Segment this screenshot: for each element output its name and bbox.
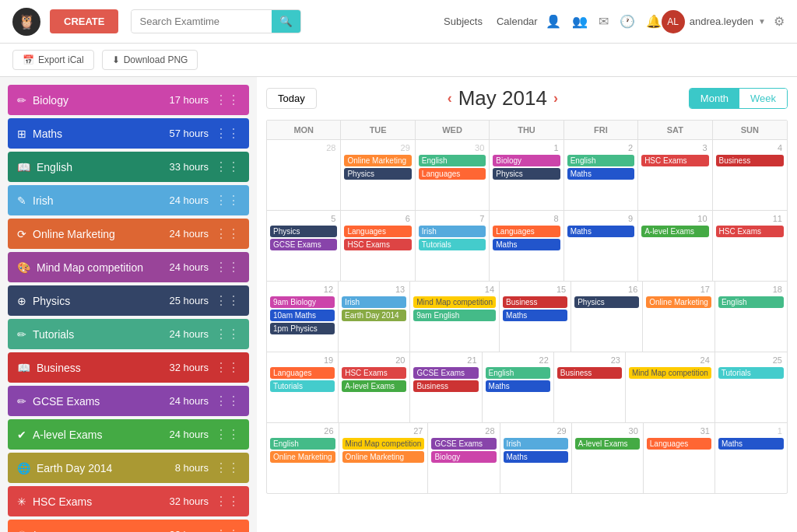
- calendar-event[interactable]: Languages: [344, 226, 411, 237]
- create-button[interactable]: CREATE: [50, 9, 118, 33]
- drag-handle-icon[interactable]: ⋮⋮: [215, 126, 240, 141]
- sidebar-item-biology[interactable]: ✏ Biology 17 hours ⋮⋮: [8, 85, 249, 115]
- calendar-event[interactable]: Tutorials: [419, 239, 486, 250]
- calendar-event[interactable]: GCSE Exams: [413, 367, 478, 379]
- calendar-event[interactable]: Maths: [503, 310, 567, 321]
- calendar-event[interactable]: A-level Exams: [342, 380, 406, 392]
- drag-handle-icon[interactable]: ⋮⋮: [215, 360, 240, 375]
- calendar-event[interactable]: Languages: [270, 367, 335, 379]
- drag-handle-icon[interactable]: ⋮⋮: [215, 93, 240, 107]
- calendar-event[interactable]: Irish: [342, 296, 406, 308]
- user-badge[interactable]: AL andrea.leyden ▼: [662, 10, 766, 33]
- drag-handle-icon[interactable]: ⋮⋮: [215, 260, 240, 275]
- calendar-event[interactable]: Business: [503, 296, 567, 308]
- group-icon[interactable]: 👥: [572, 14, 588, 29]
- calendar-event[interactable]: Maths: [486, 380, 550, 392]
- nav-subjects[interactable]: Subjects: [444, 16, 483, 27]
- calendar-event[interactable]: Biology: [493, 155, 560, 166]
- drag-handle-icon[interactable]: ⋮⋮: [215, 193, 240, 208]
- calendar-event[interactable]: English: [270, 438, 335, 450]
- drag-handle-icon[interactable]: ⋮⋮: [215, 226, 240, 241]
- drag-handle-icon[interactable]: ⋮⋮: [215, 527, 240, 532]
- export-ical-button[interactable]: 📅 Export iCal: [12, 50, 94, 70]
- calendar-event[interactable]: 10am Maths: [270, 310, 335, 321]
- calendar-event[interactable]: 9am Biology: [270, 296, 335, 308]
- drag-handle-icon[interactable]: ⋮⋮: [215, 394, 240, 408]
- calendar-event[interactable]: English: [718, 296, 784, 308]
- sidebar-item-tutorials[interactable]: ✏ Tutorials 24 hours ⋮⋮: [8, 319, 249, 349]
- sidebar-item-online-marketing[interactable]: ⟳ Online Marketing 24 hours ⋮⋮: [8, 219, 249, 249]
- calendar-event[interactable]: Online Marketing: [270, 451, 335, 463]
- mail-icon[interactable]: ✉: [599, 14, 609, 29]
- calendar-event[interactable]: HSC Exams: [716, 226, 784, 237]
- calendar-event[interactable]: GCSE Exams: [431, 438, 496, 450]
- calendar-event[interactable]: Online Marketing: [344, 155, 411, 166]
- calendar-event[interactable]: Maths: [567, 226, 634, 237]
- calendar-event[interactable]: Physics: [574, 296, 639, 308]
- calendar-event[interactable]: Business: [716, 155, 784, 166]
- sidebar-item-irish[interactable]: ✎ Irish 24 hours ⋮⋮: [8, 185, 249, 215]
- calendar-event[interactable]: HSC Exams: [344, 239, 411, 250]
- calendar-event[interactable]: 1pm Physics: [270, 323, 335, 334]
- drag-handle-icon[interactable]: ⋮⋮: [215, 427, 240, 442]
- calendar-event[interactable]: 9am English: [413, 310, 496, 321]
- month-view-button[interactable]: Month: [690, 89, 739, 108]
- calendar-event[interactable]: Physics: [270, 226, 337, 237]
- calendar-event[interactable]: Languages: [419, 168, 486, 180]
- profile-icon[interactable]: 👤: [546, 14, 561, 29]
- calendar-event[interactable]: GCSE Exams: [270, 239, 337, 250]
- calendar-event[interactable]: Maths: [493, 239, 560, 250]
- calendar-event[interactable]: A-level Exams: [641, 226, 708, 237]
- calendar-event[interactable]: Irish: [504, 438, 568, 450]
- drag-handle-icon[interactable]: ⋮⋮: [215, 293, 240, 308]
- calendar-event[interactable]: A-level Exams: [575, 438, 640, 450]
- calendar-event[interactable]: Biology: [431, 451, 496, 463]
- calendar-event[interactable]: Mind Map competition: [413, 296, 496, 308]
- sidebar-item-physics[interactable]: ⊕ Physics 25 hours ⋮⋮: [8, 285, 249, 316]
- sidebar-item-languages[interactable]: ☯ Languages 32 hours ⋮⋮: [8, 520, 249, 532]
- bell-icon[interactable]: 🔔: [646, 14, 662, 29]
- next-arrow[interactable]: ›: [553, 90, 558, 107]
- today-button[interactable]: Today: [266, 88, 317, 109]
- nav-calendar[interactable]: Calendar: [497, 16, 538, 27]
- calendar-event[interactable]: HSC Exams: [342, 367, 406, 379]
- calendar-event[interactable]: Languages: [493, 226, 560, 237]
- calendar-event[interactable]: Mind Map competition: [629, 367, 711, 379]
- calendar-event[interactable]: Physics: [344, 168, 411, 180]
- sidebar-item-business[interactable]: 📖 Business 32 hours ⋮⋮: [8, 352, 249, 383]
- calendar-event[interactable]: English: [486, 367, 550, 379]
- calendar-event[interactable]: Business: [557, 367, 622, 379]
- sidebar-item-mind-map[interactable]: 🎨 Mind Map competition 24 hours ⋮⋮: [8, 252, 249, 282]
- sidebar-item-earth-day[interactable]: 🌐 Earth Day 2014 8 hours ⋮⋮: [8, 453, 249, 483]
- search-button[interactable]: 🔍: [272, 10, 300, 33]
- history-icon[interactable]: 🕐: [620, 14, 635, 29]
- week-view-button[interactable]: Week: [739, 89, 787, 108]
- calendar-event[interactable]: English: [567, 155, 634, 166]
- download-png-button[interactable]: ⬇ Download PNG: [102, 50, 198, 70]
- gear-icon[interactable]: ⚙: [774, 14, 785, 29]
- sidebar-item-english[interactable]: 📖 English 33 hours ⋮⋮: [8, 152, 249, 182]
- drag-handle-icon[interactable]: ⋮⋮: [215, 159, 240, 174]
- calendar-event[interactable]: HSC Exams: [641, 155, 708, 166]
- sidebar-item-gcse[interactable]: ✏ GCSE Exams 24 hours ⋮⋮: [8, 386, 249, 416]
- search-input[interactable]: [132, 11, 272, 32]
- calendar-event[interactable]: Business: [413, 380, 478, 392]
- calendar-event[interactable]: English: [419, 155, 486, 166]
- calendar-event[interactable]: Languages: [647, 438, 711, 450]
- sidebar-item-alevel[interactable]: ✔ A-level Exams 24 hours ⋮⋮: [8, 419, 249, 450]
- calendar-event[interactable]: Tutorials: [270, 380, 335, 392]
- drag-handle-icon[interactable]: ⋮⋮: [215, 460, 240, 475]
- calendar-event[interactable]: Maths: [567, 168, 634, 180]
- drag-handle-icon[interactable]: ⋮⋮: [215, 327, 240, 341]
- sidebar-item-maths[interactable]: ⊞ Maths 57 hours ⋮⋮: [8, 118, 249, 149]
- prev-arrow[interactable]: ‹: [448, 90, 452, 107]
- calendar-event[interactable]: Maths: [504, 451, 568, 463]
- sidebar-item-hsc[interactable]: ✳ HSC Exams 32 hours ⋮⋮: [8, 486, 249, 516]
- calendar-event[interactable]: Maths: [718, 438, 784, 450]
- drag-handle-icon[interactable]: ⋮⋮: [215, 494, 240, 509]
- calendar-event[interactable]: Online Marketing: [646, 296, 711, 308]
- calendar-event[interactable]: Earth Day 2014: [342, 310, 406, 321]
- calendar-event[interactable]: Irish: [419, 226, 486, 237]
- calendar-event[interactable]: Tutorials: [718, 367, 784, 379]
- calendar-event[interactable]: Online Marketing: [342, 451, 425, 463]
